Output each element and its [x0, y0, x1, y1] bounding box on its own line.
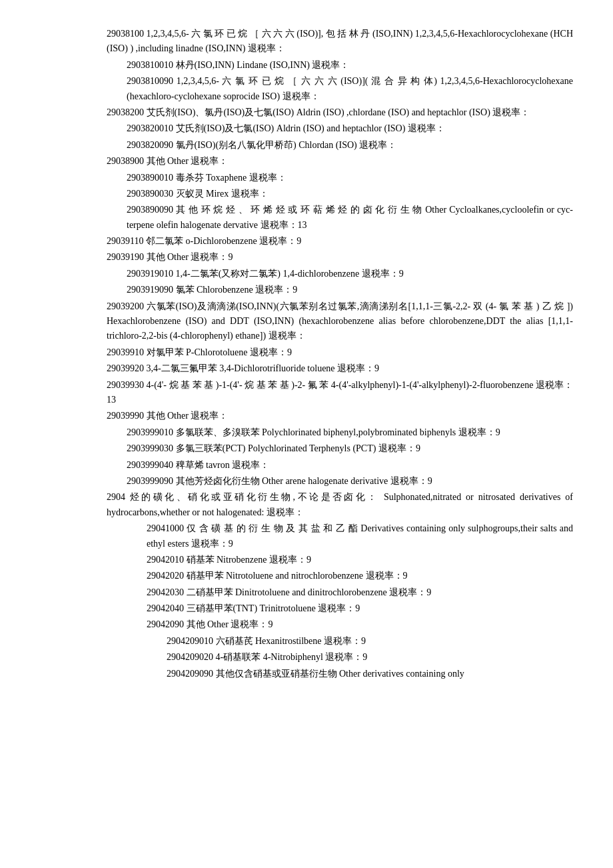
entry-e8: 2903890010 毒杀芬 Toxaphene 退税率：	[107, 171, 573, 185]
entry-e1: 29038100 1,2,3,4,5,6- 六 氯 环 已 烷 ［ 六 六 六 …	[107, 27, 573, 57]
entry-e33: 2904209090 其他仅含硝基或亚硝基衍生物 Other derivativ…	[107, 667, 573, 681]
entry-e25: 29041000 仅 含 磺 基 的 衍 生 物 及 其 盐 和 乙 酯 Der…	[107, 521, 573, 551]
entry-e22: 2903999040 稗草烯 tavron 退税率：	[107, 458, 573, 473]
entry-e5: 2903820010 艾氏剂(ISO)及七氯(ISO) Aldrin (ISO)…	[107, 121, 573, 136]
entry-e9: 2903890030 灭蚁灵 Mirex 退税率：	[107, 187, 573, 201]
entry-e4: 29038200 艾氏剂(ISO)、氯丹(ISO)及七氯(ISO) Aldrin…	[107, 105, 573, 120]
entry-e7: 29038900 其他 Other 退税率：	[107, 154, 573, 169]
entry-e10: 2903890090 其 他 环 烷 烃 、 环 烯 烃 或 环 萜 烯 烃 的…	[107, 203, 573, 233]
main-content: 29038100 1,2,3,4,5,6- 六 氯 环 已 烷 ［ 六 六 六 …	[107, 27, 573, 681]
entry-e31: 2904209010 六硝基芪 Hexanitrostilbene 退税率：9	[107, 634, 573, 649]
entry-e3: 2903810090 1,2,3,4,5,6- 六 氯 环 已 烷 ［ 六 六 …	[107, 74, 573, 104]
entry-e23: 2903999090 其他芳烃卤化衍生物 Other arene halogen…	[107, 474, 573, 489]
entry-e13: 2903919010 1,4-二氯苯(又称对二氯苯) 1,4-dichlorob…	[107, 267, 573, 281]
entry-e29: 29042040 三硝基甲苯(TNT) Trinitrotoluene 退税率：…	[107, 601, 573, 616]
entry-e2: 2903810010 林丹(ISO,INN) Lindane (ISO,INN)…	[107, 58, 573, 73]
entry-e14: 2903919090 氯苯 Chlorobenzene 退税率：9	[107, 283, 573, 297]
entry-e28: 29042030 二硝基甲苯 Dinitrotoluene and dinitr…	[107, 585, 573, 600]
entry-e17: 29039920 3,4-二氯三氟甲苯 3,4-Dichlorotrifluor…	[107, 361, 573, 376]
entry-e19: 29039990 其他 Other 退税率：	[107, 409, 573, 423]
entry-e27: 29042020 硝基甲苯 Nitrotoluene and nitrochlo…	[107, 569, 573, 583]
entry-e32: 2904209020 4-硝基联苯 4-Nitrobiphenyl 退税率：9	[107, 650, 573, 665]
entry-e12: 29039190 其他 Other 退税率：9	[107, 250, 573, 265]
entry-e26: 29042010 硝基苯 Nitrobenzene 退税率：9	[107, 553, 573, 567]
entry-e18: 29039930 4-(4'- 烷 基 苯 基 )-1-(4'- 烷 基 苯 基…	[107, 378, 573, 408]
entry-e15: 29039200 六氯苯(ISO)及滴滴涕(ISO,INN)(六氯苯别名过氯苯,…	[107, 299, 573, 344]
entry-e6: 2903820090 氯丹(ISO)(别名八氯化甲桥茚) Chlordan (I…	[107, 138, 573, 153]
entry-e16: 29039910 对氯甲苯 P-Chlorotoluene 退税率：9	[107, 345, 573, 360]
entry-e20: 2903999010 多氯联苯、多溴联苯 Polychlorinated bip…	[107, 425, 573, 440]
entry-e24: 2904 烃的磺化、硝化或亚硝化衍生物,不论是否卤化： Sulphonated,…	[107, 490, 573, 520]
entry-e21: 2903999030 多氯三联苯(PCT) Polychlorinated Te…	[107, 441, 573, 456]
entry-e30: 29042090 其他 Other 退税率：9	[107, 617, 573, 632]
entry-e11: 29039110 邻二氯苯 o-Dichlorobenzene 退税率：9	[107, 234, 573, 249]
